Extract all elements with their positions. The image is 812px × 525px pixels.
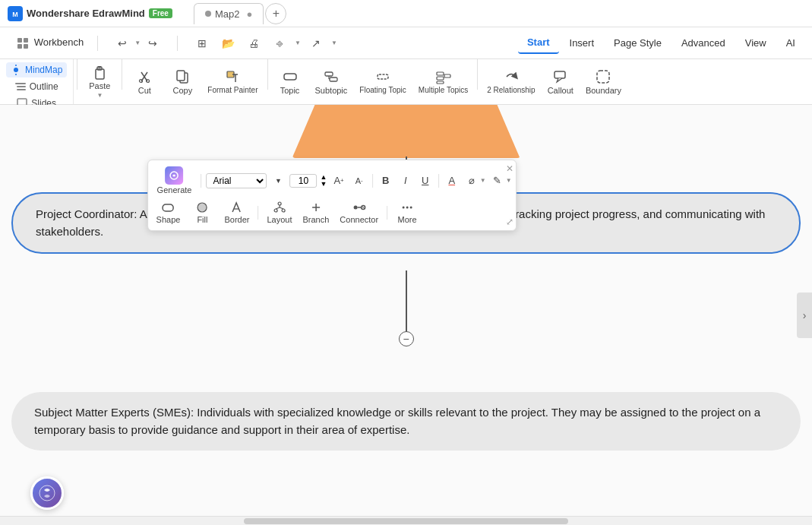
- svg-rect-39: [163, 204, 174, 211]
- svg-rect-5: [24, 44, 28, 49]
- undo-button[interactable]: ↩: [112, 33, 133, 54]
- highlight-button[interactable]: ⌀: [463, 172, 480, 189]
- paste-dropdown[interactable]: ▼: [96, 92, 103, 99]
- font-size-down[interactable]: ▼: [320, 181, 327, 188]
- svg-rect-11: [17, 89, 26, 90]
- tab-map2[interactable]: Map2 ●: [194, 3, 264, 24]
- font-dropdown-arrow[interactable]: ▼: [270, 172, 286, 189]
- pen-button[interactable]: ✎: [489, 172, 506, 189]
- svg-point-40: [197, 203, 207, 212]
- copy-button[interactable]: Copy: [163, 59, 201, 104]
- bold-button[interactable]: B: [378, 172, 394, 189]
- underline-button[interactable]: U: [417, 172, 434, 189]
- font-size-input[interactable]: [289, 174, 317, 188]
- font-color-button[interactable]: A: [444, 172, 460, 189]
- floating-topic-label: Floating Topic: [359, 86, 406, 94]
- menu-undo-area: ↩ ▼ ↪: [103, 28, 172, 59]
- paste-button[interactable]: Paste ▼: [81, 59, 118, 104]
- multiple-topics-button[interactable]: Multiple Topics: [412, 59, 474, 104]
- topic-label: Topic: [280, 86, 300, 95]
- toolbar-sep-1: [77, 59, 77, 90]
- menu-view[interactable]: View: [736, 33, 776, 53]
- font-increase-button[interactable]: A+: [330, 172, 347, 189]
- menu-start[interactable]: Start: [518, 32, 559, 54]
- shape-format-button[interactable]: Shape: [153, 199, 185, 226]
- svg-line-54: [362, 207, 365, 209]
- float-toolbar-expand[interactable]: ⤢: [506, 217, 513, 227]
- callout-label: Callout: [548, 86, 573, 95]
- fill-format-button[interactable]: Fill: [187, 199, 217, 226]
- svg-rect-28: [330, 77, 337, 81]
- svg-rect-2: [17, 38, 22, 43]
- boundary-button[interactable]: Boundary: [580, 59, 627, 104]
- mindmap-view-button[interactable]: MindMap: [6, 62, 67, 77]
- outline-label: Outline: [30, 81, 58, 92]
- svg-rect-33: [437, 77, 444, 80]
- minus-symbol: −: [403, 333, 409, 345]
- menu-insert[interactable]: Insert: [561, 33, 604, 53]
- font-select[interactable]: Arial Times New Roman Helvetica: [206, 173, 267, 188]
- float-sep-1: [201, 174, 201, 188]
- menu-advanced[interactable]: Advanced: [672, 33, 735, 53]
- callout-button[interactable]: Callout: [542, 59, 580, 104]
- scrollbar-thumb[interactable]: [244, 518, 569, 524]
- float-sep-5: [387, 206, 387, 220]
- floating-topic-button[interactable]: Floating Topic: [353, 59, 412, 104]
- format-painter-button[interactable]: Format Painter: [201, 59, 264, 104]
- add-tab-button[interactable]: +: [265, 3, 286, 24]
- svg-rect-35: [444, 74, 450, 77]
- open-button[interactable]: 📂: [217, 33, 239, 54]
- svg-rect-22: [177, 71, 185, 81]
- menu-page-tools: ⊞ 📂 🖨 ⎆ ▼ ↗ ▼: [182, 28, 346, 59]
- menu-bar: Workbench ↩ ▼ ↪ ⊞ 📂 🖨 ⎆ ▼ ↗ ▼ Start Inse…: [0, 27, 812, 59]
- tab-dot-indicator: ●: [246, 8, 252, 20]
- branch-label: Branch: [302, 215, 329, 224]
- menu-page-style[interactable]: Page Style: [605, 33, 671, 53]
- connector-middle: [406, 270, 407, 331]
- more-tools-dropdown[interactable]: ▼: [331, 40, 337, 46]
- export-button[interactable]: ⎆: [269, 33, 290, 54]
- collapse-button[interactable]: −: [399, 331, 414, 346]
- svg-line-46: [276, 207, 280, 209]
- italic-button[interactable]: I: [397, 172, 414, 189]
- new-page-button[interactable]: ⊞: [191, 33, 213, 54]
- cut-button[interactable]: Cut: [125, 59, 163, 104]
- menu-workbench[interactable]: Workbench: [8, 32, 93, 54]
- branch-format-button[interactable]: Branch: [299, 199, 333, 226]
- font-decrease-button[interactable]: A-: [351, 172, 368, 189]
- topic-button[interactable]: Topic: [271, 59, 309, 104]
- redo-button[interactable]: ↪: [142, 33, 163, 54]
- generate-icon: [166, 166, 184, 185]
- brand-watermark: [30, 476, 64, 510]
- layout-format-button[interactable]: Layout: [263, 199, 295, 226]
- svg-rect-36: [554, 71, 565, 78]
- svg-rect-10: [17, 86, 26, 87]
- outline-view-button[interactable]: Outline: [11, 79, 63, 94]
- shape-label: Shape: [156, 215, 181, 224]
- pen-dropdown[interactable]: ▼: [506, 177, 512, 184]
- share-button[interactable]: ↗: [305, 33, 327, 54]
- menu-ai[interactable]: AI: [777, 33, 804, 53]
- collapse-panel-button[interactable]: ›: [797, 293, 812, 338]
- connector-format-button[interactable]: Connector: [336, 199, 382, 226]
- highlight-dropdown[interactable]: ▼: [480, 177, 486, 184]
- relationship-label: 2 Relationship: [487, 86, 535, 94]
- print-button[interactable]: 🖨: [243, 33, 264, 54]
- canvas[interactable]: ✕ ⤢ Generate Arial Times New Roman Helve…: [0, 105, 812, 525]
- subtopic-button[interactable]: Subtopic: [309, 59, 354, 104]
- float-toolbar-close[interactable]: ✕: [506, 163, 513, 174]
- svg-rect-27: [325, 72, 333, 76]
- generate-button[interactable]: Generate: [153, 165, 197, 196]
- cut-label: Cut: [138, 86, 151, 95]
- horizontal-scrollbar[interactable]: [0, 516, 812, 525]
- paste-label: Paste: [89, 81, 110, 90]
- undo-dropdown[interactable]: ▼: [134, 40, 141, 46]
- relationship-button[interactable]: 2 Relationship: [481, 59, 541, 104]
- export-dropdown[interactable]: ▼: [295, 40, 301, 46]
- fill-label: Fill: [197, 215, 207, 224]
- svg-rect-37: [597, 71, 609, 83]
- border-format-button[interactable]: Border: [220, 199, 253, 226]
- layout-label: Layout: [267, 215, 292, 224]
- more-format-button[interactable]: More: [392, 199, 422, 226]
- node-sme[interactable]: Subject Matter Experts (SMEs): Individua…: [11, 392, 801, 451]
